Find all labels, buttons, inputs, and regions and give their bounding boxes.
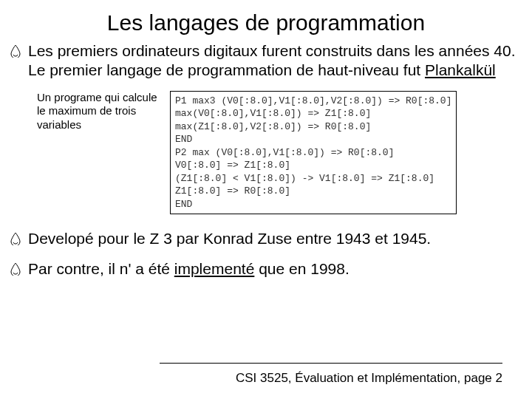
text-segment: Par contre, il n' a été bbox=[28, 260, 174, 277]
droplet-icon bbox=[10, 229, 28, 245]
droplet-icon bbox=[10, 41, 28, 58]
bullet-text: Developé pour le Z 3 par Konrad Zuse ent… bbox=[28, 229, 522, 248]
footer-text: CSI 3525, Évaluation et Implémentation, … bbox=[236, 371, 502, 386]
bullet-item: Par contre, il n' a été implementé que e… bbox=[10, 259, 522, 279]
bullet-item: Les premiers ordinateurs digitaux furent… bbox=[10, 41, 522, 81]
code-sample: P1 max3 (V0[:8.0],V1[:8.0],V2[:8.0]) => … bbox=[170, 91, 457, 215]
footer-divider bbox=[160, 363, 502, 364]
link-text[interactable]: implementé bbox=[174, 260, 255, 277]
bullet-text: Les premiers ordinateurs digitaux furent… bbox=[28, 41, 522, 81]
example-caption: Un programe qui calcule le maximum de tr… bbox=[37, 91, 170, 132]
link-text[interactable]: Plankalkül bbox=[425, 61, 496, 78]
text-segment: Developé pour le Z 3 par Konrad Zuse ent… bbox=[28, 230, 431, 247]
bullet-text: Par contre, il n' a été implementé que e… bbox=[28, 259, 522, 279]
slide-title: Les langages de programmation bbox=[0, 0, 532, 41]
example-block: Un programe qui calcule le maximum de tr… bbox=[37, 91, 522, 215]
text-segment: que en 1998. bbox=[254, 260, 349, 277]
droplet-icon bbox=[10, 259, 28, 276]
slide-body: Les premiers ordinateurs digitaux furent… bbox=[0, 41, 532, 279]
slide: Les langages de programmation Les premie… bbox=[0, 0, 532, 399]
bullet-item: Developé pour le Z 3 par Konrad Zuse ent… bbox=[10, 229, 522, 248]
